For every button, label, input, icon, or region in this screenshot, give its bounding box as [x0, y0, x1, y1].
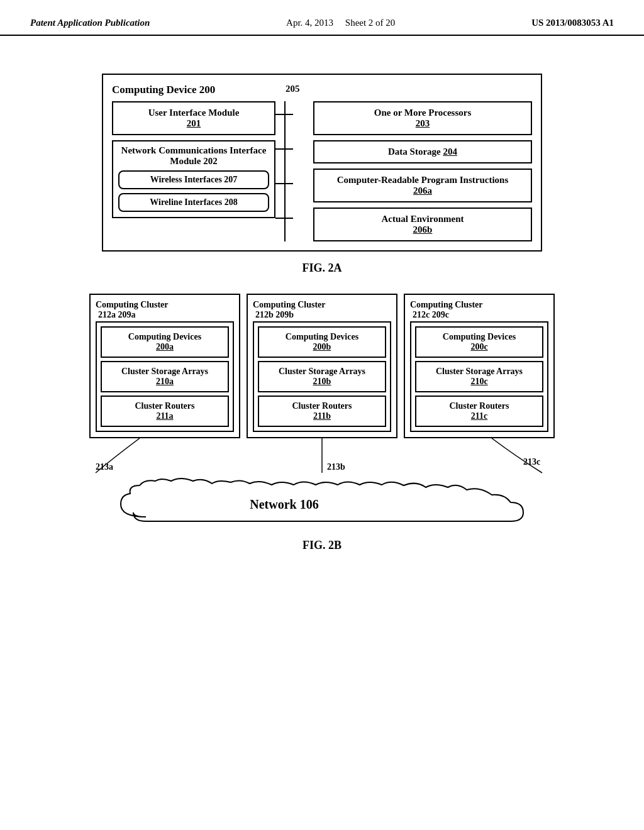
cluster-b-label: Computing Cluster 212b 209b	[253, 300, 391, 320]
cluster-b-routers-ref: 211b	[313, 411, 331, 421]
fig2a-left-column: User Interface Module 201 Network Commun…	[112, 101, 275, 241]
wireless-text: Wireless Interfaces	[150, 175, 222, 184]
network-connectors: 213a 213b 213c	[64, 438, 580, 476]
cluster-a-devices-ref: 200a	[156, 342, 174, 351]
fig2a-inner-layout: User Interface Module 201 Network Commun…	[112, 101, 532, 241]
cluster-c-routers-ref: 211c	[471, 411, 487, 421]
cluster-b-storage: Cluster Storage Arrays 210b	[258, 361, 386, 392]
cluster-c-label-text: Computing Cluster	[410, 300, 483, 309]
cluster-b-devices-ref: 200b	[313, 342, 331, 351]
processors-text: One or More Processors	[374, 108, 472, 118]
crpi-text: Computer-Readable Program Instructions	[337, 175, 508, 185]
fig2b-label-text: FIG. 2B	[303, 539, 341, 551]
data-storage-box: Data Storage 204	[313, 140, 532, 163]
svg-text:213c: 213c	[523, 457, 540, 467]
ui-module-box: User Interface Module 201	[112, 101, 275, 135]
ncim-ref: 202	[203, 156, 218, 166]
page-header: Patent Application Publication Apr. 4, 2…	[0, 0, 644, 36]
ui-module-ref: 201	[187, 118, 201, 128]
wireless-interfaces-box: Wireless Interfaces 207	[118, 170, 269, 189]
cluster-c-devices: Computing Devices 200c	[415, 326, 543, 358]
cluster-b-inner: Computing Devices 200b Cluster Storage A…	[253, 321, 391, 432]
cluster-a-devices-text: Computing Devices	[128, 332, 201, 341]
connector-205-text: 205	[286, 84, 300, 94]
wireline-interfaces-box: Wireline Interfaces 208	[118, 193, 269, 212]
cluster-a-routers-ref: 211a	[156, 411, 173, 421]
cluster-b-routers: Cluster Routers 211b	[258, 396, 386, 427]
cluster-b-devices: Computing Devices 200b	[258, 326, 386, 358]
fig2b-diagram: Computing Cluster 212a 209a Computing De…	[64, 294, 580, 552]
ncim-wrapper: Network Communications Interface Module …	[112, 140, 275, 218]
cluster-a-devices: Computing Devices 200a	[101, 326, 229, 358]
cluster-a-storage: Cluster Storage Arrays 210a	[101, 361, 229, 392]
cluster-c-storage-ref: 210c	[470, 377, 487, 386]
actual-env-text: Actual Environment	[382, 214, 464, 224]
publication-date: Apr. 4, 2013	[286, 18, 333, 28]
ui-module-text: User Interface Module	[148, 108, 240, 118]
network-cloud-svg: Network 106	[108, 476, 536, 526]
cluster-c-routers-text: Cluster Routers	[449, 401, 509, 411]
wireline-text: Wireline Interfaces	[150, 197, 222, 207]
data-storage-text: Data Storage	[388, 147, 441, 157]
fig2a-label: FIG. 2A	[102, 262, 542, 275]
cluster-c-devices-ref: 200c	[470, 342, 487, 351]
cluster-b-label-text: Computing Cluster	[253, 300, 326, 309]
header-left: Patent Application Publication	[30, 18, 150, 28]
cluster-c-inner: Computing Devices 200c Cluster Storage A…	[410, 321, 548, 432]
wireless-ref: 207	[224, 175, 237, 184]
cluster-a-inner: Computing Devices 200a Cluster Storage A…	[96, 321, 234, 432]
cluster-a-storage-ref: 210a	[156, 377, 174, 386]
fig2a-diagram: Computing Device 200 205 User Interface …	[102, 74, 542, 275]
svg-text:213a: 213a	[96, 462, 113, 472]
computing-device-label: Computing Device 200	[112, 84, 215, 96]
clusters-row: Computing Cluster 212a 209a Computing De…	[64, 294, 580, 438]
sheet-info: Sheet 2 of 20	[345, 18, 396, 28]
cluster-b-storage-ref: 210b	[313, 377, 331, 386]
connectors-svg: 213a 213b 213c	[64, 438, 580, 476]
header-center: Apr. 4, 2013 Sheet 2 of 20	[286, 18, 395, 28]
cluster-b-outer: Computing Cluster 212b 209b Computing De…	[247, 294, 397, 438]
patent-number: US 2013/0083053 A1	[531, 18, 614, 28]
cluster-c-ref: 209c	[432, 310, 449, 319]
data-storage-ref: 204	[443, 147, 457, 157]
cluster-b-inner-num: 212b	[255, 310, 274, 319]
actual-env-box: Actual Environment 206b	[313, 208, 532, 241]
fig2a-outer-box: Computing Device 200 205 User Interface …	[102, 74, 542, 252]
cluster-a-ref: 209a	[118, 310, 136, 319]
cluster-b-devices-text: Computing Devices	[286, 332, 358, 341]
cluster-a-inner-num: 212a	[98, 310, 116, 319]
cluster-a-storage-text: Cluster Storage Arrays	[121, 367, 208, 376]
header-right: US 2013/0083053 A1	[531, 18, 614, 28]
cluster-c-routers: Cluster Routers 211c	[415, 396, 543, 427]
cluster-c-storage-text: Cluster Storage Arrays	[436, 367, 523, 376]
crpi-box: Computer-Readable Program Instructions 2…	[313, 169, 532, 202]
crpi-ref: 206a	[413, 185, 432, 196]
cluster-c-outer: Computing Cluster 212c 209c Computing De…	[404, 294, 555, 438]
wireline-ref: 208	[225, 197, 238, 207]
cluster-b-routers-text: Cluster Routers	[292, 401, 352, 411]
cluster-a-routers-text: Cluster Routers	[135, 401, 194, 411]
cluster-c-label: Computing Cluster 212c 209c	[410, 300, 548, 320]
cluster-a-routers: Cluster Routers 211a	[101, 396, 229, 427]
network-cloud: Network 106	[108, 476, 536, 526]
page-content: Computing Device 200 205 User Interface …	[0, 36, 644, 596]
cluster-a-outer: Computing Cluster 212a 209a Computing De…	[89, 294, 240, 438]
cluster-a-label: Computing Cluster 212a 209a	[96, 300, 234, 320]
computing-device-title: Computing Device 200	[112, 84, 532, 96]
cluster-b-ref: 209b	[275, 310, 294, 319]
svg-text:Network 106: Network 106	[250, 497, 318, 511]
actual-env-ref: 206b	[413, 224, 433, 235]
cluster-c-inner-num: 212c	[413, 310, 430, 319]
processors-box: One or More Processors 203	[313, 101, 532, 135]
connector-205-label: 205	[286, 84, 300, 94]
ncim-text: Network Communications Interface Module	[121, 145, 267, 166]
cluster-b-storage-text: Cluster Storage Arrays	[279, 367, 365, 376]
cluster-c-storage: Cluster Storage Arrays 210c	[415, 361, 543, 392]
ncim-title: Network Communications Interface Module …	[118, 145, 269, 167]
cluster-a-label-text: Computing Cluster	[96, 300, 169, 309]
fig2a-label-text: FIG. 2A	[303, 262, 342, 274]
vertical-divider	[284, 101, 286, 241]
svg-text:213b: 213b	[327, 462, 345, 472]
fig2b-label: FIG. 2B	[64, 539, 580, 552]
publication-label: Patent Application Publication	[30, 18, 150, 28]
